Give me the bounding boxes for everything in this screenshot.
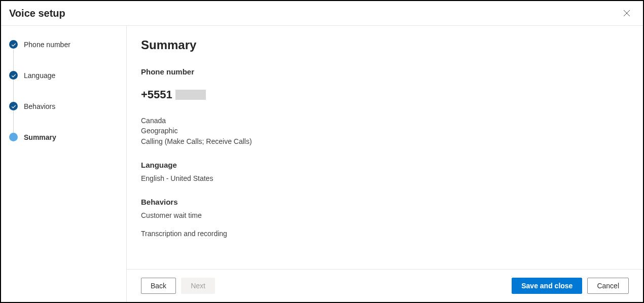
wizard-steps: Phone number Language Behaviors Summary [1,26,127,302]
dialog-title: Voice setup [9,8,65,19]
phone-capabilities: Calling (Make Calls; Receive Calls) [141,136,629,146]
close-button[interactable] [621,7,633,19]
dialog-header: Voice setup [1,1,643,26]
next-button: Next [181,278,215,294]
behaviors-section-heading: Behaviors [141,198,629,206]
footer: Back Next Save and close Cancel [127,269,643,302]
dialog-body: Phone number Language Behaviors Summary … [1,26,643,302]
phone-number-redacted [175,90,206,100]
phone-country: Canada [141,116,629,126]
check-icon [11,42,16,47]
phone-number-row: +5551 [141,88,629,101]
footer-left: Back Next [141,278,215,294]
step-indicator-completed [9,71,18,80]
footer-right: Save and close Cancel [512,278,629,294]
back-button[interactable]: Back [141,278,176,294]
step-connector [13,49,14,72]
step-label: Phone number [24,41,70,49]
phone-number-value: +5551 [141,88,172,101]
cancel-button[interactable]: Cancel [587,278,629,294]
step-indicator-completed [9,40,18,49]
step-summary[interactable]: Summary [9,133,118,141]
step-behaviors[interactable]: Behaviors [9,102,118,133]
step-phone-number[interactable]: Phone number [9,40,118,71]
step-label: Summary [24,133,56,141]
page-title: Summary [141,38,629,52]
check-icon [11,104,16,109]
step-indicator-current [9,133,18,141]
main-panel: Summary Phone number +5551 Canada Geogra… [127,26,643,302]
step-indicator-completed [9,102,18,110]
save-and-close-button[interactable]: Save and close [512,278,582,294]
step-connector [13,80,14,103]
language-value: English - United States [141,173,629,183]
phone-type: Geographic [141,126,629,136]
behavior-item: Customer wait time [141,210,629,220]
step-label: Behaviors [24,102,55,110]
step-language[interactable]: Language [9,71,118,102]
behavior-item: Transcription and recording [141,229,629,239]
step-label: Language [24,71,55,80]
check-icon [11,73,16,78]
close-icon [623,9,631,17]
step-connector [13,111,14,134]
language-section-heading: Language [141,161,629,169]
phone-section-heading: Phone number [141,67,629,76]
content-area: Summary Phone number +5551 Canada Geogra… [127,26,643,269]
